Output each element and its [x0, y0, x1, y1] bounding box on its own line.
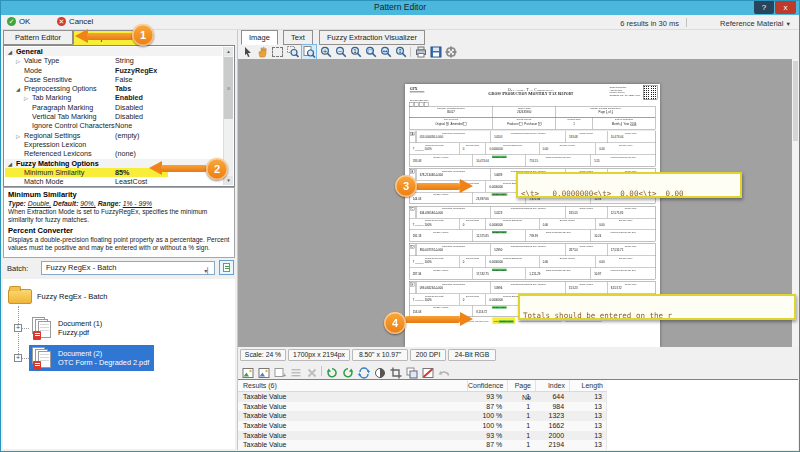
property-row[interactable]: ▷Tab MarkingEnabled — [5, 93, 222, 102]
results-row[interactable]: Taxable Value87 %198413 — [238, 402, 607, 412]
form-cell: Gross Value8,153.72 — [607, 282, 654, 294]
image-display-icon[interactable] — [258, 365, 270, 377]
zoom-fit-icon[interactable]: □ — [365, 46, 377, 58]
image-permanent-icon[interactable] — [242, 365, 254, 377]
refresh-batch-button[interactable] — [219, 260, 234, 275]
status-pixels: 1700px x 2194px — [288, 349, 350, 361]
callout-3: 3 — [395, 175, 417, 197]
results-row[interactable]: Taxable Value87 %1219413 — [238, 440, 607, 450]
print-icon[interactable] — [415, 46, 427, 58]
results-row[interactable]: Taxable Value93 %1200013 — [238, 431, 607, 441]
window-help-button[interactable]: ? — [754, 1, 774, 14]
column-length[interactable]: Length — [569, 380, 607, 391]
form-info-row-1: Company Reporting Number80027 FEIN or SS… — [409, 106, 656, 117]
results-row[interactable]: Taxable Value100 %1132313 — [238, 411, 607, 421]
callout-1: 1 — [132, 24, 154, 46]
copy-region-icon[interactable] — [406, 365, 418, 377]
form-logo: GPX — [410, 87, 425, 93]
tab-fuzzy-extraction-visualizer[interactable]: Fuzzy Extraction Visualizer — [319, 30, 425, 45]
zoom-fit-height-icon[interactable]: ↕ — [395, 46, 407, 58]
undo-icon[interactable] — [438, 365, 450, 377]
settings-gear-icon[interactable] — [445, 46, 457, 58]
form-cell: Decimal Equivalent0.0000000 — [486, 143, 539, 154]
property-row[interactable]: Referenced Lexicons(none) — [5, 149, 222, 158]
image-add-icon[interactable]: + — [274, 365, 286, 377]
property-row[interactable]: ▷Value TypeString — [5, 56, 222, 65]
save-icon[interactable] — [430, 46, 442, 58]
column-index[interactable]: Index — [535, 380, 569, 391]
results-row[interactable]: Taxable Value100 %1166213 — [238, 421, 607, 431]
zoom-page-icon[interactable] — [302, 45, 316, 59]
help-title-2: Percent Converter — [8, 226, 230, 235]
cancel-button[interactable]: ✕Cancel — [57, 17, 93, 26]
zoom-overlay-match-1: <\t> 0.0000000<\t> 0.00<\t> 0.00 e<\t> T… — [516, 172, 742, 198]
pointer-tool-icon[interactable] — [242, 46, 254, 58]
tab-text[interactable]: Text — [283, 30, 313, 45]
results-row[interactable]: Taxable Value93 %164413 — [238, 392, 607, 402]
taxable-value-highlight: Taxable Value — [492, 231, 507, 233]
zoom-out-icon[interactable]: − — [335, 46, 347, 58]
refresh-icon[interactable] — [358, 365, 370, 377]
reference-material-dropdown[interactable]: Reference Material ▼ — [720, 19, 791, 28]
zoom-fit-width-icon[interactable]: ↔ — [380, 46, 392, 58]
zoom-in-icon[interactable]: + — [320, 46, 332, 58]
zoom-actual-size-icon[interactable]: 1 — [350, 46, 362, 58]
property-row[interactable]: Expression Lexicon — [5, 140, 222, 149]
expand-icon[interactable]: + — [14, 354, 22, 362]
crop-icon[interactable] — [390, 365, 402, 377]
total-taxable-value-highlight: Total Taxable Value — [492, 317, 515, 324]
column-confidence[interactable]: Confidence — [467, 380, 507, 391]
window-close-button[interactable]: x — [775, 1, 796, 14]
column-page-no[interactable]: Page No — [507, 380, 535, 391]
scroll-down-icon[interactable]: ▼ — [224, 176, 233, 185]
form-cell: Purchasers/Producers Rep. Number52990 — [491, 244, 566, 256]
status-dpi: 200 DPI — [410, 349, 446, 361]
callout-arrow-1 — [87, 33, 133, 40]
scrollbar-thumb[interactable] — [793, 61, 798, 141]
form-cell: Production Unit Number890-007374-0-000 — [416, 244, 491, 256]
tab-image[interactable]: Image — [241, 30, 278, 45]
form-cell: Qualifying Tax Rate7 100% — [409, 218, 459, 229]
pan-hand-icon[interactable] — [257, 46, 269, 58]
qr-code — [643, 86, 657, 100]
ok-button[interactable]: ✓OK — [7, 17, 30, 26]
property-row[interactable]: Ignore Control CharactersNone — [5, 121, 222, 130]
delete-icon[interactable] — [306, 365, 318, 377]
select-region-icon[interactable] — [272, 47, 283, 57]
form-cell: Taxable Volume287.34 — [409, 268, 472, 279]
main-panel: Image Text Fuzzy Extraction Visualizer +… — [237, 30, 798, 450]
zoom-select-icon[interactable] — [287, 46, 299, 58]
rotate-left-icon[interactable] — [326, 365, 338, 377]
property-row[interactable]: Case SensitiveFalse — [5, 75, 222, 84]
property-row[interactable]: Vertical Tab MarkingDisabled — [5, 112, 222, 121]
batch-selector[interactable]: Fuzzy RegEx - Batch ▾▏ — [41, 261, 215, 275]
svg-text:1: 1 — [353, 48, 357, 54]
batch-root-node[interactable]: Fuzzy RegEx - Batch — [37, 292, 107, 301]
rotate-right-icon[interactable] — [342, 365, 354, 377]
form-cell: Taxable Volume144.03 — [409, 192, 472, 203]
batch-tree-item[interactable]: +Document (2)OTC Form - Degraded 2.pdf — [3, 345, 235, 373]
scroll-up-icon[interactable]: ▲ — [224, 47, 233, 56]
image-list-icon[interactable] — [290, 365, 302, 377]
help-title: Minimum Similarity — [8, 190, 230, 199]
folder-icon — [8, 289, 32, 304]
taxable-value-highlight: Taxable Value — [492, 156, 507, 158]
property-row[interactable]: ModeFuzzyRegEx — [5, 66, 222, 75]
batch-tree-item[interactable]: +Document (1)Fuzzy.pdf — [3, 315, 235, 343]
property-row[interactable]: Paragraph MarkingDisabled — [5, 103, 222, 112]
form-cell: Qualifying Tax Rate7 100% — [409, 256, 459, 267]
form-cell: Production Unit Number053-000484-0-000 — [416, 131, 491, 143]
property-row[interactable]: ◢Preprocessing OptionsTabs — [5, 84, 222, 93]
form-cell: Gross Volume153.23 — [565, 282, 607, 294]
property-row[interactable]: ▷Regional Settings(empty) — [5, 131, 222, 140]
status-colordepth: 24-Bit RGB — [448, 349, 496, 361]
property-row[interactable]: ◢General — [5, 47, 222, 56]
contrast-icon[interactable] — [374, 365, 386, 377]
form-sections: AProduction Unit Number053-000484-0-000P… — [409, 131, 656, 319]
tab-pattern-editor[interactable]: Pattern Editor — [3, 30, 73, 45]
ips-filter-icon[interactable] — [422, 365, 434, 377]
dropdown-filter-icon[interactable]: ▾▏ — [204, 265, 212, 277]
scrollbar-thumb[interactable]: ≡ — [224, 57, 233, 119]
expand-icon[interactable]: + — [14, 324, 22, 332]
property-row[interactable]: Match ModeLeastCost — [5, 177, 222, 185]
